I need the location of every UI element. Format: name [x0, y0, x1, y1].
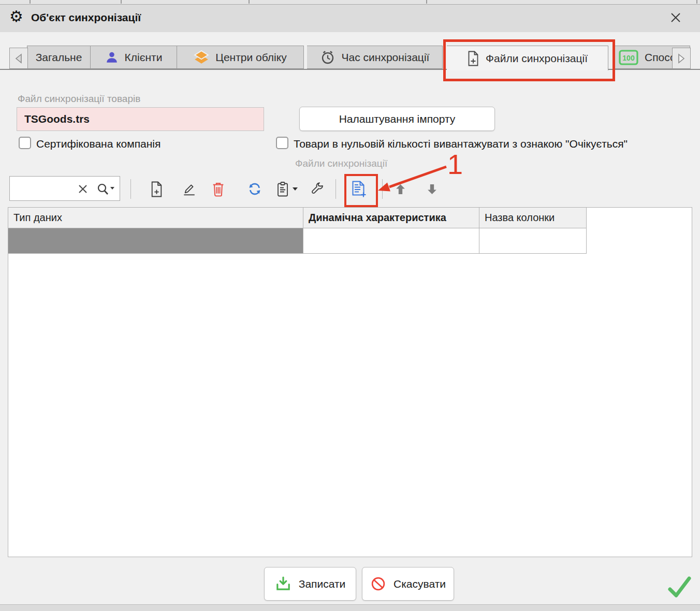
new-record-button[interactable] — [144, 177, 168, 201]
annotation-step-number: 1 — [447, 150, 463, 178]
column-header-column-name[interactable]: Назва колонки — [479, 208, 587, 228]
tab-label: Клієнти — [125, 51, 163, 64]
trash-icon — [212, 182, 225, 197]
clipboard-icon — [276, 181, 290, 197]
cancel-button-label: Скасувати — [393, 578, 446, 590]
toolbar-separator — [130, 179, 131, 199]
layers-icon — [194, 50, 209, 65]
tab-label: Час синхронізації — [342, 51, 430, 64]
cancel-button[interactable]: Скасувати — [362, 567, 454, 601]
badge-100-icon: 100 — [619, 50, 638, 65]
import-settings-button[interactable]: Налаштування імпорту — [299, 107, 495, 131]
table-row-cell[interactable] — [303, 228, 479, 254]
dialog-title: Об'єкт синхронізації — [31, 11, 141, 24]
wrench-icon — [310, 182, 325, 196]
tab-sync-files[interactable]: Файли синхронізації — [447, 46, 608, 70]
tools-button[interactable] — [305, 177, 329, 201]
tab-scroll-left-button[interactable] — [9, 48, 28, 69]
new-document-icon — [150, 181, 163, 197]
column-header-data-type[interactable]: Тип даних — [8, 208, 303, 228]
dropdown-arrow-icon — [292, 187, 298, 191]
zero-quantity-checkbox[interactable] — [276, 137, 288, 149]
cancel-icon — [370, 576, 386, 592]
triangle-left-icon — [14, 53, 23, 64]
tab-sync-time[interactable]: Час синхронізації — [307, 46, 443, 69]
tab-general[interactable]: Загальне — [27, 46, 91, 69]
certified-company-checkbox[interactable] — [19, 137, 31, 149]
sync-files-table[interactable]: Тип даних Динамічна характеристика Назва… — [8, 207, 692, 557]
refresh-button[interactable] — [243, 177, 267, 201]
clear-search-icon[interactable] — [77, 183, 89, 195]
tab-scroll-right-button[interactable] — [672, 48, 691, 69]
arrow-down-icon — [427, 183, 438, 195]
search-input[interactable] — [13, 179, 81, 198]
move-down-button[interactable] — [420, 177, 444, 201]
search-box — [9, 176, 120, 201]
certified-company-label: Сертифікована компанія — [36, 138, 161, 150]
tab-accounting-centers[interactable]: Центри обліку — [177, 46, 304, 69]
tab-label: Файли синхронізації — [486, 52, 588, 65]
import-settings-label: Налаштування імпорту — [339, 113, 456, 125]
svg-text:100: 100 — [622, 54, 635, 62]
add-file-column-icon — [352, 181, 366, 197]
arrow-up-icon — [395, 183, 406, 195]
save-button[interactable]: Записати — [264, 567, 356, 601]
save-icon — [275, 576, 291, 592]
files-section-title: Файли синхронізації — [295, 158, 387, 169]
pencil-icon — [182, 182, 196, 196]
tab-label: Загальне — [36, 51, 82, 64]
save-button-label: Записати — [299, 578, 346, 590]
file-field-label: Файл синхронізації товарів — [18, 93, 140, 105]
file-plus-icon — [467, 51, 479, 66]
table-row-cell[interactable] — [479, 228, 587, 254]
add-file-column-button[interactable] — [347, 177, 371, 201]
person-icon — [105, 51, 119, 64]
alarm-clock-icon — [320, 50, 336, 65]
background-window-edge — [0, 0, 700, 5]
delete-button[interactable] — [206, 177, 230, 201]
tab-label: Центри обліку — [215, 51, 286, 64]
tab-label: Спосо — [645, 51, 676, 64]
toolbar-separator — [382, 179, 383, 199]
close-icon[interactable] — [668, 10, 683, 25]
search-icon[interactable] — [96, 182, 115, 196]
move-up-button[interactable] — [388, 177, 412, 201]
tab-clients[interactable]: Клієнти — [91, 46, 177, 69]
refresh-icon — [247, 182, 262, 196]
edit-button[interactable] — [177, 177, 201, 201]
goods-sync-file-input[interactable] — [17, 107, 264, 131]
confirm-check-icon[interactable] — [667, 575, 692, 599]
column-header-dynamic-characteristic[interactable]: Динамічна характеристика — [303, 208, 479, 228]
dialog-footer-strip — [0, 604, 700, 611]
toolbar-separator — [336, 179, 336, 199]
table-row-cell-selected[interactable] — [8, 228, 303, 254]
gear-icon: ⚙ — [9, 9, 23, 24]
triangle-right-icon — [677, 53, 686, 64]
clipboard-button[interactable] — [272, 177, 302, 201]
